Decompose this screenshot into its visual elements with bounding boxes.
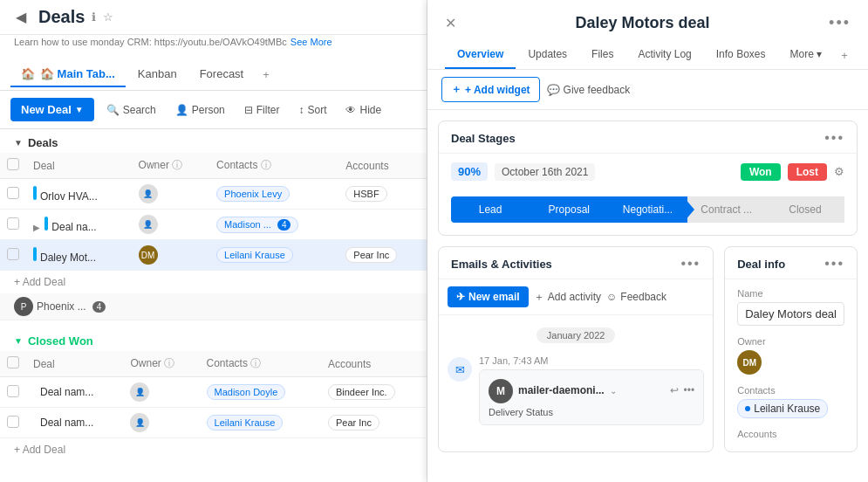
give-feedback-button[interactable]: 💬 Give feedback <box>547 84 631 96</box>
tab-info-boxes[interactable]: Info Boxes <box>704 41 778 69</box>
tab-overview[interactable]: Overview <box>445 41 516 69</box>
add-activity-button[interactable]: ＋ Add activity <box>534 290 601 305</box>
panel-more-button[interactable]: ••• <box>829 14 851 32</box>
add-deal-row[interactable]: + Add Deal <box>0 271 427 293</box>
tab-main[interactable]: 🏠🏠 Main Tab... <box>10 62 126 87</box>
stage-lead[interactable]: Lead <box>451 196 530 223</box>
contacts-value: Leilani Krause <box>737 399 844 418</box>
add-widget-button[interactable]: ＋ + Add widget <box>441 77 540 102</box>
new-deal-button[interactable]: New Deal ▼ <box>10 98 94 121</box>
deals-table: Deal Owner ⓘ Contacts ⓘ Accounts Orlov H… <box>0 153 427 271</box>
tab-add[interactable]: + <box>256 65 277 85</box>
stage-proposal[interactable]: Proposal <box>530 196 608 223</box>
email-more-icon[interactable]: ••• <box>684 384 695 396</box>
stage-closed[interactable]: Closed <box>766 196 844 223</box>
email-card-header: M mailer-daemoni... ⌄ ↩ ••• <box>489 377 694 403</box>
feedback-button[interactable]: ☺ Feedback <box>606 291 666 303</box>
table-row[interactable]: ▶ Deal na... 👤 Madison ...4 <box>0 210 427 240</box>
hide-button[interactable]: 👁 Hide <box>338 100 388 120</box>
tab-kanban[interactable]: Kanban <box>127 62 188 87</box>
info-icon[interactable]: ℹ <box>92 10 96 24</box>
plus-activity-icon: ＋ <box>534 290 544 305</box>
panel-close-button[interactable]: ✕ <box>445 15 456 31</box>
date-badge: January 2022 <box>537 327 616 343</box>
contact-row-name: Phoenix ... <box>37 300 86 313</box>
stages-gear-icon[interactable]: ⚙ <box>834 165 844 178</box>
deals-section-label: Deals <box>28 136 58 149</box>
panel-header: ✕ Daley Motors deal ••• Overview Updates… <box>427 0 868 70</box>
feedback-smile-icon: ☺ <box>606 291 617 303</box>
table-row[interactable]: Daley Mot... DM Leilani Krause Pear Inc <box>0 240 427 271</box>
tab-forecast[interactable]: Forecast <box>189 62 255 87</box>
row-checkbox[interactable] <box>7 385 19 397</box>
select-all-checkbox[interactable] <box>7 158 19 170</box>
name-value[interactable]: Daley Motors deal <box>737 302 844 326</box>
add-deal-row-cw[interactable]: + Add Deal <box>0 438 427 461</box>
accounts-field: Accounts <box>737 429 844 443</box>
email-more-button[interactable]: ••• <box>680 256 701 272</box>
new-email-button[interactable]: ✈ New email <box>448 286 529 307</box>
row-checkbox[interactable] <box>7 248 19 260</box>
row-checkbox[interactable] <box>7 187 19 199</box>
collapse-button[interactable]: ◀ <box>10 7 31 28</box>
deals-toggle[interactable]: ▼ <box>14 138 23 148</box>
table-row[interactable]: Deal nam... 👤 Madison Doyle Bindeer Inc. <box>0 377 427 408</box>
contacts-label: Contacts <box>737 385 844 396</box>
table-row[interactable]: Deal nam... 👤 Leilani Krause Pear Inc <box>0 408 427 438</box>
select-all-col-cw <box>0 351 26 377</box>
contact-chip: Leilani Krause <box>216 247 293 263</box>
expand-email-icon[interactable]: ⌄ <box>610 386 617 396</box>
deal-info-widget: Deal info ••• Name Daley Motors deal Own… <box>724 246 858 452</box>
stages-won-button[interactable]: Won <box>741 163 781 181</box>
person-filter-button[interactable]: 👤 Person <box>168 100 232 120</box>
filter-icon: ⊟ <box>244 104 253 116</box>
select-all-checkbox-cw[interactable] <box>7 356 19 368</box>
stages-title: Deal Stages <box>451 132 516 145</box>
stage-contract[interactable]: Contract ... <box>687 196 766 223</box>
reply-icon[interactable]: ↩ <box>670 384 679 396</box>
email-activities-widget: Emails & Activities ••• ✈ New email ＋ Ad… <box>438 246 714 452</box>
stage-negotiation[interactable]: Negotiati... <box>608 196 687 223</box>
tab-files[interactable]: Files <box>579 41 625 69</box>
contacts-field: Contacts Leilani Krause <box>737 385 844 418</box>
deal-info-more-button[interactable]: ••• <box>824 256 844 272</box>
contact-chip: Leilani Krause <box>207 415 284 430</box>
owner-avatar-row: DM <box>737 350 844 375</box>
deal-cell: Daley Mot... <box>26 240 132 271</box>
email-card[interactable]: M mailer-daemoni... ⌄ ↩ ••• <box>479 369 704 425</box>
email-send-icon: ✈ <box>456 291 465 303</box>
row-checkbox[interactable] <box>7 416 19 428</box>
closed-won-table: Deal Owner ⓘ Contacts ⓘ Accounts Deal na… <box>0 351 427 438</box>
email-envelope-icon: ✉ <box>448 357 472 382</box>
panel-content: Deal Stages ••• 90% October 16th 2021 Wo… <box>427 110 868 482</box>
see-more-link[interactable]: See More <box>290 37 332 47</box>
account-chip: Bindeer Inc. <box>328 384 395 400</box>
tab-activity-log[interactable]: Activity Log <box>625 41 703 69</box>
panel-bottom-cols: Emails & Activities ••• ✈ New email ＋ Ad… <box>438 246 858 452</box>
stages-more-button[interactable]: ••• <box>824 130 844 146</box>
contact-count-badge: 4 <box>92 301 106 313</box>
search-button[interactable]: 🔍 Search <box>99 100 163 120</box>
sort-button[interactable]: ↕ Sort <box>291 100 333 120</box>
tab-bar: 🏠🏠 Main Tab... Kanban Forecast + <box>0 59 427 91</box>
deal-info-title: Deal info <box>737 258 785 271</box>
contact-tag[interactable]: Leilani Krause <box>737 399 828 418</box>
account-chip: HSBF <box>345 186 386 202</box>
expand-icon[interactable]: ▶ <box>33 223 40 232</box>
email-card-actions: ↩ ••• <box>670 384 695 396</box>
person-icon: 👤 <box>175 104 188 116</box>
deal-col-header: Deal <box>26 153 132 179</box>
avatar: 👤 <box>130 382 149 402</box>
filter-button[interactable]: ⊟ Filter <box>237 100 287 120</box>
email-item: ✉ 17 Jan, 7:43 AM M mailer-daemoni... ⌄ <box>439 348 713 432</box>
table-row[interactable]: Orlov HVA... 👤 Phoenix Levy HSBF <box>0 179 427 210</box>
tab-more[interactable]: More ▾ <box>777 41 834 69</box>
star-icon[interactable]: ☆ <box>103 10 113 24</box>
closed-won-toggle[interactable]: ▼ <box>14 336 23 346</box>
left-panel: ◀ Deals ℹ ☆ Learn how to use monday CRM:… <box>0 0 427 482</box>
subtitle-area: Learn how to use monday CRM: https://you… <box>0 35 427 59</box>
tab-updates[interactable]: Updates <box>516 41 579 69</box>
row-checkbox[interactable] <box>7 217 19 230</box>
stages-lost-button[interactable]: Lost <box>788 163 827 181</box>
tab-plus[interactable]: + <box>834 42 851 69</box>
